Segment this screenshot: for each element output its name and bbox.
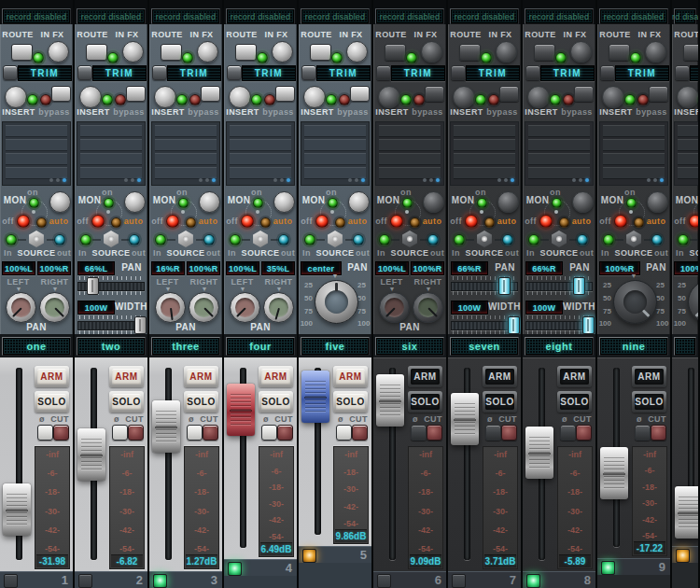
- solo-button[interactable]: SOLO: [333, 391, 368, 413]
- route-button[interactable]: [86, 44, 107, 61]
- phase-button[interactable]: [336, 425, 352, 441]
- route-button[interactable]: [161, 44, 182, 61]
- track-state-indicator[interactable]: [676, 549, 690, 563]
- width-slider-handle[interactable]: [582, 316, 595, 334]
- monitor-on-led[interactable]: [253, 198, 263, 208]
- pan-knob[interactable]: [688, 280, 700, 324]
- solo-button[interactable]: SOLO: [632, 391, 666, 413]
- fx-slot[interactable]: [80, 153, 142, 165]
- cut-button[interactable]: [352, 425, 368, 441]
- monitor-on-led[interactable]: [178, 198, 189, 208]
- monitor-off-led[interactable]: [241, 215, 254, 228]
- width-slider-handle[interactable]: [508, 316, 520, 334]
- input-fx-knob[interactable]: [272, 41, 293, 63]
- pan-slider[interactable]: [525, 276, 593, 295]
- insert-button[interactable]: [649, 86, 668, 102]
- insert-button[interactable]: [126, 86, 146, 102]
- volume-fader-handle[interactable]: [227, 384, 255, 436]
- track-state-indicator[interactable]: [153, 574, 167, 588]
- insert-button[interactable]: [51, 86, 71, 102]
- volume-fader-track[interactable]: [165, 368, 172, 560]
- pan-knob[interactable]: [315, 280, 358, 324]
- cut-button[interactable]: [576, 425, 592, 441]
- pan-left-knob[interactable]: [230, 292, 260, 323]
- pan-slider[interactable]: [77, 276, 145, 295]
- fx-slot[interactable]: [230, 153, 291, 165]
- fx-slot[interactable]: [379, 125, 441, 137]
- insert-button[interactable]: [350, 86, 370, 102]
- fx-slot[interactable]: [603, 139, 665, 151]
- fx-slot[interactable]: [230, 139, 291, 151]
- trim-button[interactable]: [525, 65, 540, 80]
- pan-knob[interactable]: [613, 280, 657, 324]
- input-fx-knob[interactable]: [496, 41, 517, 63]
- width-slider[interactable]: [525, 315, 593, 334]
- arm-button[interactable]: ARM: [35, 366, 69, 387]
- monitor-knob[interactable]: [348, 191, 370, 213]
- input-fx-knob[interactable]: [570, 41, 592, 63]
- volume-fader-handle[interactable]: [600, 447, 628, 499]
- monitor-on-led[interactable]: [477, 198, 487, 208]
- width-value[interactable]: 100W: [525, 301, 563, 315]
- input-fx-knob[interactable]: [48, 41, 69, 63]
- fx-slot[interactable]: [80, 125, 142, 137]
- trim-button[interactable]: [77, 65, 92, 80]
- source-knob[interactable]: [551, 231, 567, 247]
- volume-fader-handle[interactable]: [376, 374, 404, 427]
- insert-knob[interactable]: [5, 86, 27, 108]
- fx-slot[interactable]: [80, 139, 142, 151]
- monitor-off-led[interactable]: [17, 215, 30, 228]
- phase-button[interactable]: [112, 425, 128, 441]
- monitor-off-led[interactable]: [689, 215, 700, 228]
- pan-right-value[interactable]: 35%L: [261, 261, 295, 275]
- solo-button[interactable]: SOLO: [35, 391, 69, 413]
- monitor-on-led[interactable]: [552, 198, 562, 208]
- source-knob[interactable]: [625, 231, 642, 247]
- arm-button[interactable]: ARM: [333, 366, 368, 387]
- monitor-off-led[interactable]: [465, 215, 478, 228]
- monitor-off-led[interactable]: [539, 215, 553, 228]
- monitor-knob[interactable]: [497, 191, 519, 213]
- width-value[interactable]: 100W: [451, 301, 488, 315]
- pan-slider-handle[interactable]: [87, 277, 99, 295]
- monitor-knob[interactable]: [124, 191, 146, 213]
- input-fx-knob[interactable]: [197, 41, 218, 63]
- monitor-off-led[interactable]: [315, 215, 329, 228]
- pan-left-value[interactable]: 16%R: [151, 261, 185, 275]
- trim-button[interactable]: [3, 65, 18, 80]
- fx-slot[interactable]: [528, 139, 590, 151]
- solo-button[interactable]: SOLO: [408, 391, 442, 413]
- input-fx-knob[interactable]: [346, 41, 368, 63]
- fx-slot[interactable]: [6, 153, 67, 165]
- trim-button[interactable]: [227, 65, 242, 80]
- solo-button[interactable]: SOLO: [184, 391, 218, 413]
- fx-slot[interactable]: [6, 139, 67, 151]
- phase-button[interactable]: [560, 425, 576, 441]
- track-name-plate[interactable]: six: [375, 337, 444, 356]
- insert-knob[interactable]: [527, 86, 550, 108]
- pan-left-knob[interactable]: [155, 292, 186, 323]
- cut-button[interactable]: [651, 425, 666, 441]
- fx-slot[interactable]: [603, 153, 665, 165]
- phase-button[interactable]: [37, 425, 53, 441]
- phase-button[interactable]: [187, 425, 203, 441]
- pan-left-knob[interactable]: [6, 292, 36, 323]
- pan-value[interactable]: 66%R: [451, 261, 488, 275]
- monitor-on-led[interactable]: [104, 198, 114, 208]
- pan-right-knob[interactable]: [189, 292, 219, 323]
- monitor-knob[interactable]: [423, 191, 444, 213]
- pan-right-knob[interactable]: [263, 292, 294, 323]
- cut-button[interactable]: [128, 425, 144, 441]
- track-name-plate[interactable]: four: [226, 337, 295, 356]
- source-knob[interactable]: [252, 231, 269, 247]
- pan-right-knob[interactable]: [413, 292, 443, 323]
- monitor-knob[interactable]: [199, 191, 220, 213]
- trim-button[interactable]: [675, 65, 690, 80]
- source-knob[interactable]: [401, 231, 418, 247]
- route-button[interactable]: [534, 44, 555, 61]
- monitor-off-led[interactable]: [166, 215, 179, 228]
- track-name-plate[interactable]: two: [77, 337, 146, 356]
- trim-button[interactable]: [152, 65, 167, 80]
- insert-knob[interactable]: [79, 86, 102, 108]
- cut-button[interactable]: [277, 425, 293, 441]
